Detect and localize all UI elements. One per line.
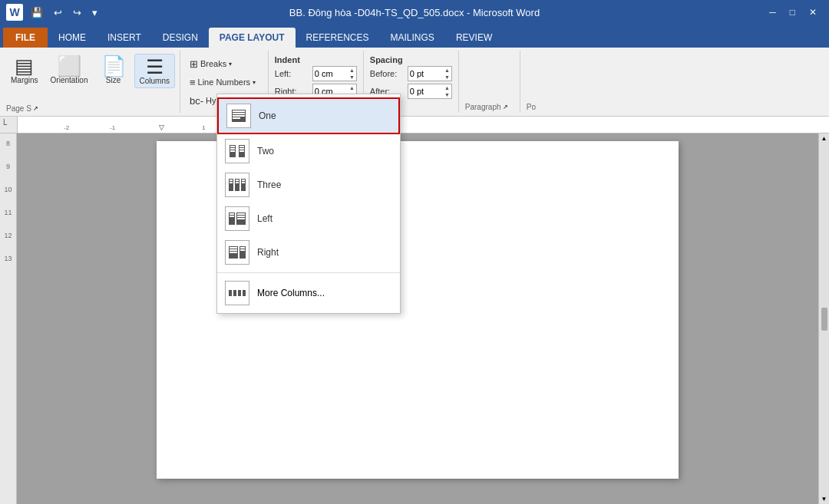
- svg-rect-12: [239, 150, 244, 152]
- svg-rect-39: [243, 290, 246, 296]
- page-setup-buttons: ▤ Margins ⬜ Orientation 📄 Size ☰ Columns: [6, 51, 175, 104]
- columns-dropdown: One Two: [216, 94, 401, 314]
- title-bar-right: ─ □ ✕: [763, 5, 823, 19]
- paragraph-content: [465, 52, 514, 103]
- margins-label: Margins: [11, 76, 38, 84]
- scroll-thumb-inner: [821, 308, 827, 331]
- indent-left-up[interactable]: ▲: [349, 67, 355, 74]
- close-btn[interactable]: ✕: [803, 5, 823, 19]
- window-title: BB. Đông hòa -D04h-TS_QD_505.docx - Micr…: [289, 7, 540, 18]
- spacing-before-label: Before:: [370, 69, 405, 78]
- spacing-before-row: Before: 0 pt ▲ ▼: [370, 66, 452, 81]
- indent-left-value: 0 cm: [315, 69, 333, 78]
- scroll-thumb[interactable]: [821, 142, 827, 496]
- columns-left-label: Left: [257, 213, 272, 224]
- maximize-btn[interactable]: □: [784, 5, 801, 19]
- columns-right-item[interactable]: Right: [217, 236, 400, 269]
- tab-references[interactable]: REFERENCES: [296, 28, 380, 48]
- columns-two-item[interactable]: Two: [217, 134, 400, 168]
- columns-two-icon: [225, 139, 249, 163]
- spacing-before-spinbox[interactable]: 0 pt ▲ ▼: [408, 66, 452, 81]
- line-numbers-icon: ≡: [190, 77, 196, 88]
- spacing-after-down[interactable]: ▼: [444, 91, 450, 98]
- tab-insert[interactable]: INSERT: [97, 28, 152, 48]
- columns-left-item[interactable]: Left: [217, 202, 400, 236]
- undo-qat-btn[interactable]: ↩: [51, 5, 65, 20]
- page-setup-expand-icon[interactable]: ↗: [33, 105, 38, 112]
- ribbon: ▤ Margins ⬜ Orientation 📄 Size ☰ Columns…: [0, 48, 829, 117]
- breaks-button[interactable]: ⊞ Breaks ▾: [187, 55, 262, 72]
- page-setup-group-label: Page S ↗: [6, 104, 175, 113]
- svg-rect-37: [233, 290, 236, 296]
- title-bar-left: W 💾 ↩ ↪ ▾: [6, 4, 101, 21]
- svg-rect-6: [230, 146, 235, 147]
- svg-rect-34: [240, 247, 245, 249]
- columns-three-item[interactable]: Three: [217, 168, 400, 202]
- tab-design[interactable]: DESIGN: [152, 28, 209, 48]
- scrollbar-right[interactable]: ▲ ▼: [818, 133, 829, 504]
- tab-review[interactable]: REVIEW: [445, 28, 503, 48]
- svg-rect-36: [229, 290, 232, 296]
- columns-one-item[interactable]: One: [217, 97, 400, 134]
- svg-rect-2: [233, 113, 245, 114]
- columns-three-icon: [225, 173, 249, 197]
- columns-one-icon: [226, 104, 251, 128]
- save-qat-btn[interactable]: 💾: [28, 5, 46, 20]
- ruler-corner[interactable]: L: [0, 115, 11, 130]
- svg-rect-15: [230, 182, 233, 183]
- spacing-after-up[interactable]: ▲: [444, 84, 450, 91]
- spacing-after-spinbox[interactable]: 0 pt ▲ ▼: [408, 84, 452, 99]
- doc-scroll-area[interactable]: [17, 133, 818, 504]
- svg-rect-17: [236, 180, 239, 181]
- redo-qat-btn[interactable]: ↪: [70, 5, 84, 20]
- indent-right-up[interactable]: ▲: [349, 84, 355, 91]
- svg-rect-27: [237, 216, 245, 217]
- orientation-button[interactable]: ⬜ Orientation: [46, 54, 93, 87]
- page-setup-group: ▤ Margins ⬜ Orientation 📄 Size ☰ Columns…: [6, 51, 180, 113]
- margins-button[interactable]: ▤ Margins: [6, 54, 43, 87]
- columns-icon: ☰: [146, 57, 163, 77]
- size-button[interactable]: 📄 Size: [96, 54, 131, 87]
- orientation-label: Orientation: [51, 76, 88, 84]
- paragraph-label: Paragraph: [465, 103, 501, 111]
- columns-more-item[interactable]: More Columns...: [217, 276, 400, 310]
- paragraph-expand-icon[interactable]: ↗: [503, 104, 508, 110]
- spacing-before-down[interactable]: ▼: [444, 74, 450, 81]
- columns-right-icon: [225, 240, 249, 265]
- svg-rect-38: [238, 290, 241, 296]
- left-col-svg: [228, 211, 246, 226]
- more-col-svg: [228, 285, 246, 301]
- indent-header: Indent: [275, 52, 357, 64]
- columns-button[interactable]: ☰ Columns: [134, 54, 175, 88]
- line-numbers-button[interactable]: ≡ Line Numbers ▾: [187, 74, 262, 91]
- tab-mailings[interactable]: MAILINGS: [380, 28, 445, 48]
- indent-left-arrows: ▲ ▼: [349, 67, 355, 81]
- indent-left-down[interactable]: ▼: [349, 74, 355, 81]
- po-content: [527, 52, 536, 103]
- scroll-down-btn[interactable]: ▼: [821, 496, 827, 502]
- svg-rect-24: [230, 216, 234, 217]
- indent-left-label: Left:: [275, 69, 309, 78]
- tab-page-layout[interactable]: PAGE LAYOUT: [209, 28, 296, 48]
- columns-two-label: Two: [257, 146, 274, 156]
- svg-rect-26: [237, 213, 245, 215]
- minimize-btn[interactable]: ─: [763, 5, 782, 19]
- columns-label: Columns: [140, 77, 170, 85]
- spacing-after-value: 0 pt: [410, 87, 424, 96]
- tab-file[interactable]: FILE: [3, 28, 48, 48]
- qat-more-btn[interactable]: ▾: [89, 5, 101, 20]
- spacing-before-up[interactable]: ▲: [444, 67, 450, 74]
- ruler-num-9: 9: [6, 163, 10, 170]
- columns-more-label: More Columns...: [257, 288, 325, 298]
- one-col-svg: [230, 108, 248, 124]
- title-bar: W 💾 ↩ ↪ ▾ BB. Đông hòa -D04h-TS_QD_505.d…: [0, 0, 829, 25]
- indent-left-spinbox[interactable]: 0 cm ▲ ▼: [312, 66, 357, 81]
- svg-rect-28: [237, 218, 245, 219]
- svg-rect-30: [230, 247, 237, 249]
- scroll-up-btn[interactable]: ▲: [821, 135, 827, 142]
- tab-home[interactable]: HOME: [48, 28, 97, 48]
- paragraph-label-row: Paragraph ↗: [465, 103, 514, 111]
- ruler: -2 -1 ▽ 1 2 3 4 5: [17, 117, 829, 133]
- svg-rect-18: [236, 182, 239, 183]
- ruler-left-margin: L: [0, 117, 17, 133]
